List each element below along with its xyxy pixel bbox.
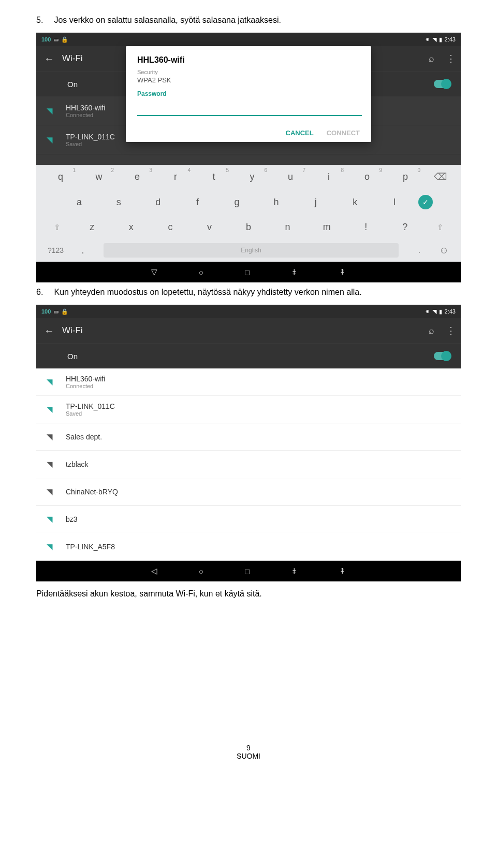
wifi-icon: ◥: [47, 487, 53, 496]
nav-vol-up-icon[interactable]: ⤉: [339, 566, 346, 576]
wifi-icon: ◥: [47, 460, 53, 469]
step-6: 6. Kun yhteyden muodostus on lopetettu, …: [36, 288, 461, 297]
wifi-status-icon: ◥: [432, 36, 436, 43]
battery-icon: ▮: [439, 36, 442, 43]
battery-percent: 100: [41, 36, 51, 42]
key-x[interactable]: x: [112, 219, 151, 236]
step-5: 5. Jos verkko on salattu salasanalla, sy…: [36, 16, 461, 25]
wifi-icon: ◥: [47, 377, 53, 387]
status-bar: 100 ▭ 🔒 ⁕ ◥ ▮ 2:43: [36, 33, 461, 46]
on-screen-keyboard: q1w2e3r4t5y6u7i8o9p0⌫ asdfghjkl✓ ⇧zxcvbn…: [36, 165, 461, 262]
key-g[interactable]: g: [217, 194, 256, 211]
key-v[interactable]: v: [190, 219, 229, 236]
lock-icon: 🔒: [61, 36, 68, 43]
key-y[interactable]: y6: [233, 168, 271, 186]
clock: 2:43: [445, 36, 456, 42]
wifi-toggle[interactable]: [434, 352, 450, 360]
key-k[interactable]: k: [335, 194, 375, 211]
bluetooth-icon: ⁕: [425, 308, 430, 315]
wifi-network-item[interactable]: ◥HHL360-wifiConnected: [36, 368, 461, 396]
key-b[interactable]: b: [229, 219, 268, 236]
key-q[interactable]: q1: [41, 168, 80, 186]
wifi-network-item[interactable]: ◥Sales dept.: [36, 423, 461, 451]
lock-icon: 🔒: [61, 308, 68, 315]
screenshot-1: 100 ▭ 🔒 ⁕ ◥ ▮ 2:43 ← Wi‑Fi ⌕ ⋮ On ◥: [36, 33, 461, 282]
nav-vol-down-icon[interactable]: ⤈: [291, 566, 298, 576]
footer-note: Pidentääksesi akun kestoa, sammuta Wi-Fi…: [36, 589, 461, 599]
shift-key[interactable]: ⇧: [41, 220, 72, 235]
battery-icon: ▮: [439, 308, 442, 315]
nav-back-icon[interactable]: ▽: [151, 267, 157, 277]
key-d[interactable]: d: [138, 194, 178, 211]
wifi-network-item[interactable]: ◥ TP-LINK_011C Saved: [36, 125, 461, 154]
key-u[interactable]: u7: [271, 168, 310, 186]
key-i[interactable]: i8: [310, 168, 348, 186]
wifi-network-item[interactable]: ◥TP-LINK_011CSaved: [36, 396, 461, 423]
screenshot-2: 100 ▭ 🔒 ⁕ ◥ ▮ 2:43 ← Wi‑Fi ⌕ ⋮ On ◥HHL36…: [36, 305, 461, 581]
wifi-status-icon: ◥: [432, 308, 436, 315]
key-r[interactable]: r4: [156, 168, 195, 186]
key-m[interactable]: m: [307, 219, 346, 236]
status-bar: 100 ▭ 🔒 ⁕ ◥ ▮ 2:43: [36, 305, 461, 318]
search-icon[interactable]: ⌕: [425, 325, 438, 336]
key-![interactable]: !: [346, 219, 386, 236]
enter-key[interactable]: ✓: [414, 192, 437, 212]
space-key[interactable]: English: [104, 243, 399, 258]
key-t[interactable]: t5: [195, 168, 233, 186]
key-p[interactable]: p0: [386, 168, 425, 186]
key-z[interactable]: z: [72, 219, 112, 236]
nav-recent-icon[interactable]: □: [245, 567, 250, 576]
wifi-network-item[interactable]: ◥TP-LINK_A5F8: [36, 533, 461, 561]
period-key[interactable]: .: [406, 246, 432, 254]
nav-vol-up-icon[interactable]: ⤉: [339, 267, 346, 277]
wifi-icon: ◥: [47, 135, 53, 145]
more-icon[interactable]: ⋮: [438, 325, 456, 336]
nav-vol-down-icon[interactable]: ⤈: [291, 267, 298, 277]
key-l[interactable]: l: [375, 194, 414, 211]
key-?[interactable]: ?: [386, 219, 425, 236]
wifi-on-row: On: [36, 71, 461, 96]
battery-percent: 100: [41, 308, 51, 315]
wifi-icon: ◥: [47, 542, 53, 551]
nav-bar: ◁ ○ □ ⤈ ⤉: [36, 561, 461, 581]
key-c[interactable]: c: [151, 219, 190, 236]
app-title: Wi‑Fi: [62, 53, 425, 64]
key-j[interactable]: j: [296, 194, 335, 211]
wifi-icon: ◥: [47, 405, 53, 414]
more-icon[interactable]: ⋮: [438, 53, 456, 64]
app-bar: ← Wi‑Fi ⌕ ⋮: [36, 46, 461, 71]
wifi-on-row: On: [36, 343, 461, 368]
key-w[interactable]: w2: [80, 168, 118, 186]
backspace-key[interactable]: ⌫: [425, 168, 456, 186]
bluetooth-icon: ⁕: [425, 36, 430, 43]
nav-back-icon[interactable]: ◁: [151, 566, 157, 576]
shift-key[interactable]: ⇧: [425, 220, 456, 235]
app-bar: ← Wi‑Fi ⌕ ⋮: [36, 318, 461, 343]
page-footer: 9 SUOMI: [36, 744, 461, 760]
wifi-icon: ◥: [47, 515, 53, 524]
emoji-key[interactable]: ☺: [432, 245, 456, 256]
key-h[interactable]: h: [257, 194, 296, 211]
comma-key[interactable]: ,: [70, 246, 96, 254]
wifi-toggle[interactable]: [434, 80, 450, 88]
wifi-icon: ◥: [47, 432, 53, 442]
wifi-network-item[interactable]: ◥ChinaNet-bRYQ: [36, 478, 461, 506]
wifi-network-item[interactable]: ◥bz3: [36, 506, 461, 533]
key-n[interactable]: n: [268, 219, 308, 236]
wifi-network-item[interactable]: ◥ HHL360-wifi Connected: [36, 96, 461, 125]
search-icon[interactable]: ⌕: [425, 53, 438, 64]
back-icon[interactable]: ←: [41, 325, 62, 337]
nav-recent-icon[interactable]: □: [245, 268, 250, 277]
key-e[interactable]: e3: [118, 168, 156, 186]
key-f[interactable]: f: [178, 194, 217, 211]
back-icon[interactable]: ←: [41, 53, 62, 65]
key-a[interactable]: a: [60, 194, 99, 211]
wifi-network-item[interactable]: ◥tzblack: [36, 451, 461, 478]
app-title: Wi‑Fi: [62, 325, 425, 336]
nav-home-icon[interactable]: ○: [199, 567, 203, 576]
key-o[interactable]: o9: [348, 168, 386, 186]
nav-home-icon[interactable]: ○: [199, 268, 203, 277]
nav-bar: ▽ ○ □ ⤈ ⤉: [36, 262, 461, 282]
key-s[interactable]: s: [99, 194, 138, 211]
symbols-key[interactable]: ?123: [41, 246, 70, 254]
